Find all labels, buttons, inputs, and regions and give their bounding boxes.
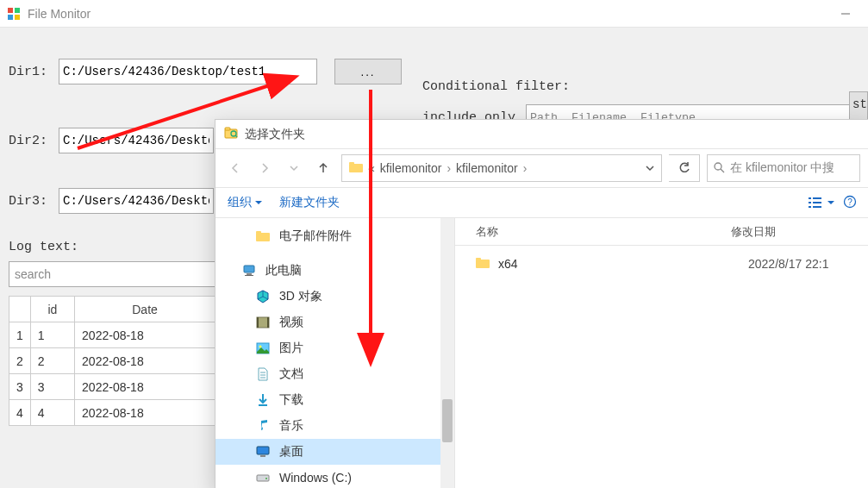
pc-icon: [241, 264, 257, 278]
svg-rect-17: [809, 206, 811, 208]
breadcrumb[interactable]: « kfilemonitor › kfilemonitor ›: [341, 154, 662, 182]
download-icon: [255, 393, 271, 407]
svg-rect-27: [257, 317, 259, 328]
log-table: id Date 1 1 2022-08-18 2 2 2022-08-18 3 …: [9, 296, 215, 426]
folder-list: 名称 修改日期 x64 2022/8/17 22:1: [455, 218, 868, 488]
dir3-label: Dir3:: [9, 194, 59, 209]
window-title: File Monitor: [28, 7, 830, 21]
breadcrumb-prefix: «: [368, 161, 375, 175]
search-icon: [713, 161, 725, 176]
title-bar: File Monitor: [0, 0, 868, 28]
svg-rect-3: [15, 15, 20, 20]
folder-search-input[interactable]: 在 kfilemonitor 中搜: [707, 154, 860, 182]
svg-rect-39: [476, 260, 490, 268]
tree-item-downloads[interactable]: 下载: [215, 387, 454, 413]
nav-forward-button[interactable]: [253, 157, 276, 179]
table-row[interactable]: 2 2 2022-08-18: [9, 348, 215, 374]
list-item[interactable]: x64 2022/8/17 22:1: [455, 251, 868, 277]
svg-rect-16: [813, 202, 821, 203]
svg-rect-26: [257, 317, 269, 328]
music-icon: [255, 419, 271, 433]
app-icon: [7, 7, 21, 21]
table-row[interactable]: 3 3 2022-08-18: [9, 374, 215, 400]
svg-rect-23: [244, 266, 254, 272]
breadcrumb-dropdown[interactable]: [646, 161, 654, 175]
cube3d-icon: [255, 290, 271, 303]
dir1-input[interactable]: [59, 59, 317, 84]
chevron-right-icon: ›: [446, 161, 451, 175]
svg-point-38: [265, 478, 267, 479]
desktop-icon: [255, 446, 271, 458]
svg-rect-22: [256, 231, 261, 234]
video-icon: [255, 316, 271, 328]
svg-text:?: ?: [847, 197, 852, 207]
tree-item-pictures[interactable]: 图片: [215, 335, 454, 361]
table-row[interactable]: 1 1 2022-08-18: [9, 322, 215, 348]
svg-line-12: [721, 169, 724, 172]
folder-picker-dialog: 选择文件夹 « kfilemonitor › kfilemonitor ›: [215, 119, 868, 488]
svg-rect-35: [257, 447, 269, 454]
dialog-title: 选择文件夹: [245, 127, 305, 142]
svg-rect-28: [267, 317, 269, 328]
drive-icon: [255, 472, 271, 483]
document-icon: [255, 367, 271, 381]
dir2-label: Dir2:: [9, 134, 59, 148]
log-id-header: id: [30, 297, 74, 322]
svg-rect-9: [349, 164, 363, 172]
dir2-input[interactable]: [59, 128, 214, 153]
chevron-right-icon: ›: [523, 161, 528, 175]
tree-item-desktop[interactable]: 桌面: [215, 439, 454, 465]
conditional-filter-label: Conditional filter:: [422, 79, 866, 94]
breadcrumb-part2[interactable]: kfilemonitor: [456, 161, 518, 175]
view-options-button[interactable]: [809, 197, 834, 209]
dir1-browse-button[interactable]: ...: [334, 59, 402, 84]
tree-item-drive-c[interactable]: Windows (C:): [215, 465, 454, 488]
folder-search-placeholder: 在 kfilemonitor 中搜: [730, 160, 834, 176]
dialog-icon: [224, 126, 238, 142]
refresh-button[interactable]: [669, 154, 700, 182]
svg-rect-18: [813, 206, 821, 208]
svg-rect-37: [257, 475, 269, 481]
tree-item-music[interactable]: 音乐: [215, 413, 454, 439]
svg-rect-21: [256, 233, 270, 241]
picture-icon: [255, 342, 271, 354]
nav-back-button[interactable]: [224, 157, 247, 179]
svg-rect-0: [8, 8, 13, 13]
svg-rect-25: [245, 275, 253, 276]
dir1-label: Dir1:: [9, 65, 59, 79]
svg-rect-1: [15, 8, 20, 13]
svg-rect-6: [225, 128, 230, 130]
dialog-titlebar: 选择文件夹: [215, 120, 868, 149]
list-column-date[interactable]: 修改日期: [731, 224, 868, 240]
log-date-header: Date: [75, 297, 215, 322]
tree-item-videos[interactable]: 视频: [215, 310, 454, 335]
folder-icon: [476, 257, 490, 272]
svg-rect-14: [813, 197, 821, 199]
breadcrumb-part1[interactable]: kfilemonitor: [380, 161, 442, 175]
dir3-input[interactable]: [59, 188, 214, 214]
nav-up-button[interactable]: [312, 157, 334, 179]
tree-item-email-attachments[interactable]: 电子邮件附件: [215, 223, 454, 249]
log-rownum-header: [9, 297, 31, 322]
tree-item-3d-objects[interactable]: 3D 对象: [215, 284, 454, 310]
minimize-button[interactable]: [830, 3, 861, 24]
new-folder-button[interactable]: 新建文件夹: [279, 195, 340, 210]
svg-rect-2: [8, 15, 13, 20]
tree-item-this-pc[interactable]: 此电脑: [215, 258, 454, 284]
organize-menu[interactable]: 组织: [228, 195, 262, 210]
list-column-name[interactable]: 名称: [455, 224, 731, 240]
svg-rect-24: [247, 273, 252, 275]
svg-rect-40: [476, 258, 481, 260]
tree-scrollbar[interactable]: [440, 218, 454, 488]
nav-recent-dropdown[interactable]: [283, 157, 305, 179]
svg-rect-13: [809, 197, 811, 199]
help-button[interactable]: ?: [843, 195, 857, 211]
table-row[interactable]: 4 4 2022-08-18: [9, 400, 215, 426]
svg-point-11: [715, 163, 721, 170]
tree-item-documents[interactable]: 文档: [215, 361, 454, 387]
svg-rect-10: [349, 162, 354, 165]
folder-icon: [255, 230, 271, 242]
folder-tree[interactable]: 电子邮件附件 此电脑 3D 对象 视频 图片 文档: [215, 218, 455, 488]
log-search-input[interactable]: [9, 261, 215, 287]
svg-rect-36: [260, 455, 265, 457]
